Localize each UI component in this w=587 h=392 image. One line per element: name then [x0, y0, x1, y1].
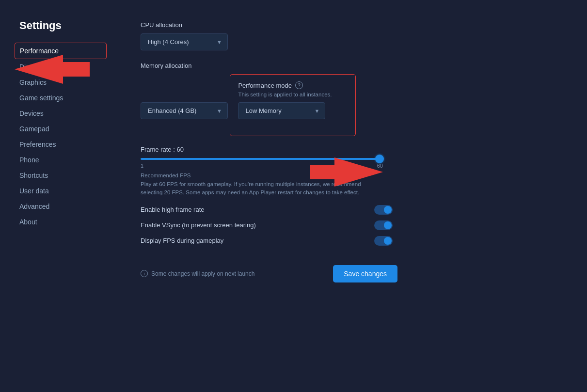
toggle-switch-high-frame-rate[interactable]: [374, 205, 393, 215]
sidebar-item-gamepad[interactable]: Gamepad: [15, 121, 107, 137]
toggle-label-high-frame-rate: Enable high frame rate: [141, 206, 205, 213]
toggles-container: Enable high frame rateEnable VSync (to p…: [141, 205, 563, 246]
frame-rate-slider-track[interactable]: [141, 158, 383, 160]
frame-rate-section: Frame rate : 60 1 60 Recommended FPS Pla…: [141, 146, 563, 197]
cpu-allocation-wrapper: High (4 Cores) Medium (2 Cores) Low (1 C…: [141, 33, 228, 50]
performance-mode-title: Performance mode: [238, 82, 292, 89]
main-content: CPU allocation High (4 Cores) Medium (2 …: [111, 19, 572, 373]
memory-allocation-label: Memory allocation: [141, 62, 563, 69]
frame-rate-max: 60: [377, 163, 383, 169]
sidebar-item-graphics[interactable]: Graphics: [15, 75, 107, 90]
toggle-switch-display-fps[interactable]: [374, 236, 393, 246]
sidebar-item-advanced[interactable]: Advanced: [15, 199, 107, 214]
cpu-allocation-label: CPU allocation: [141, 21, 563, 29]
sidebar-item-devices[interactable]: Devices: [15, 106, 107, 121]
toggle-row-vsync: Enable VSync (to prevent screen tearing): [141, 220, 393, 230]
frame-rate-range-labels: 1 60: [141, 163, 383, 169]
sidebar-item-display[interactable]: Display: [15, 59, 107, 75]
toggle-label-display-fps: Display FPS during gameplay: [141, 237, 223, 244]
toggle-switch-vsync[interactable]: [374, 220, 393, 230]
performance-mode-description: This setting is applied to all instances…: [238, 92, 348, 97]
performance-mode-header: Performance mode ?: [238, 81, 348, 89]
sidebar: Settings PerformanceDisplayGraphicsGame …: [15, 19, 111, 373]
toggle-row-display-fps: Display FPS during gameplay: [141, 236, 393, 246]
frame-rate-min: 1: [141, 163, 143, 169]
settings-title: Settings: [15, 19, 107, 32]
sidebar-item-game-settings[interactable]: Game settings: [15, 90, 107, 106]
toggle-label-vsync: Enable VSync (to prevent screen tearing): [141, 221, 256, 229]
memory-allocation-select[interactable]: Enhanced (4 GB) Standard (2 GB) Low (1 G…: [141, 102, 228, 119]
frame-rate-slider-thumb[interactable]: [375, 155, 384, 163]
footer-note: i Some changes will apply on next launch: [141, 270, 254, 277]
cpu-allocation-select[interactable]: High (4 Cores) Medium (2 Cores) Low (1 C…: [141, 33, 228, 50]
sidebar-item-performance[interactable]: Performance: [15, 43, 107, 59]
frame-rate-label: Frame rate : 60: [141, 146, 563, 153]
fps-note-title: Recommended FPS: [141, 172, 563, 178]
performance-mode-help-icon[interactable]: ?: [295, 81, 303, 89]
fps-note-body: Play at 60 FPS for smooth gameplay. If y…: [141, 180, 383, 197]
sidebar-item-phone[interactable]: Phone: [15, 152, 107, 168]
frame-rate-slider-container: [141, 158, 383, 160]
performance-mode-select-wrapper: Low Memory High Performance Balanced ▼: [238, 102, 325, 119]
sidebar-item-shortcuts[interactable]: Shortcuts: [15, 168, 107, 183]
sidebar-item-about[interactable]: About: [15, 214, 107, 230]
footer-bar: i Some changes will apply on next launch…: [141, 257, 397, 282]
sidebar-item-preferences[interactable]: Preferences: [15, 137, 107, 152]
performance-mode-box: Performance mode ? This setting is appli…: [230, 74, 356, 136]
save-changes-button[interactable]: Save changes: [333, 265, 397, 282]
sidebar-item-user-data[interactable]: User data: [15, 183, 107, 199]
toggle-row-high-frame-rate: Enable high frame rate: [141, 205, 393, 215]
memory-allocation-wrapper: Enhanced (4 GB) Standard (2 GB) Low (1 G…: [141, 102, 228, 119]
footer-note-text: Some changes will apply on next launch: [151, 270, 254, 277]
performance-mode-select[interactable]: Low Memory High Performance Balanced: [238, 102, 325, 119]
footer-info-icon: i: [141, 270, 148, 277]
